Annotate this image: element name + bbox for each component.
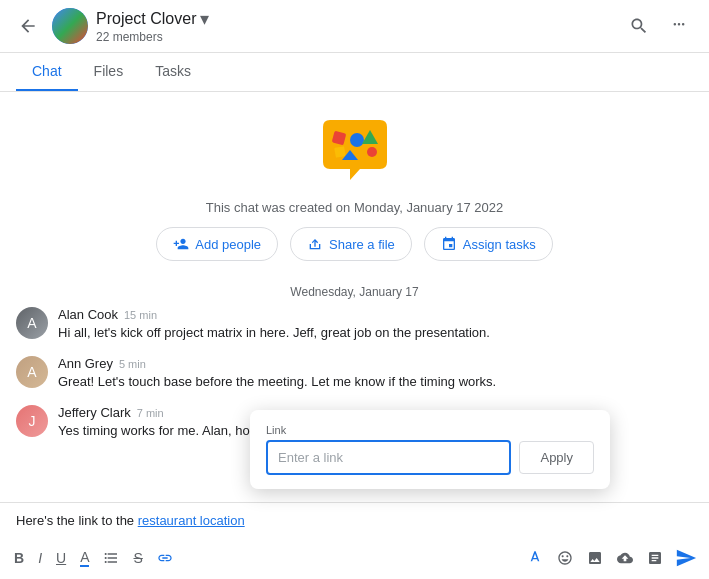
input-text-before: Here's the link to the [16, 513, 138, 528]
message-2: A Ann Grey 5 min Great! Let's touch base… [16, 356, 693, 391]
header-info: Project Clover ▾ 22 members [96, 8, 621, 44]
bold-button[interactable]: B [8, 545, 30, 571]
tab-files[interactable]: Files [78, 53, 140, 91]
dropdown-arrow-icon: ▾ [200, 8, 209, 30]
message-input-area[interactable]: Here's the link to the restaurant locati… [0, 503, 709, 539]
msg-time-3: 7 min [137, 407, 164, 419]
msg-content-2: Ann Grey 5 min Great! Let's touch base b… [58, 356, 693, 391]
tabs-bar: Chat Files Tasks [0, 53, 709, 92]
list-button[interactable] [97, 545, 125, 571]
header-actions [621, 8, 697, 44]
input-link-text: restaurant location [138, 513, 245, 528]
avatar-jeffery-clark: J [16, 405, 48, 437]
msg-name-3: Jeffery Clark [58, 405, 131, 420]
msg-content-1: Alan Cook 15 min Hi all, let's kick off … [58, 307, 693, 342]
msg-header-2: Ann Grey 5 min [58, 356, 693, 371]
image-button[interactable] [581, 545, 609, 571]
member-count: 22 members [96, 30, 621, 44]
avatar-ann-grey: A [16, 356, 48, 388]
font-color-button[interactable]: A [74, 544, 95, 572]
input-container: Here's the link to the restaurant locati… [0, 502, 709, 579]
msg-text-2: Great! Let's touch base before the meeti… [58, 373, 693, 391]
group-name: Project Clover [96, 10, 196, 28]
assign-tasks-label: Assign tasks [463, 237, 536, 252]
svg-point-5 [367, 147, 377, 157]
upload-button[interactable] [611, 545, 639, 571]
date-divider: Wednesday, January 17 [16, 273, 693, 307]
message-1: A Alan Cook 15 min Hi all, let's kick of… [16, 307, 693, 342]
italic-button[interactable]: I [32, 545, 48, 571]
send-button[interactable] [671, 543, 701, 573]
tab-tasks[interactable]: Tasks [139, 53, 207, 91]
link-popup-row: Apply [266, 440, 594, 475]
header-title[interactable]: Project Clover ▾ [96, 8, 621, 30]
assign-tasks-button[interactable]: Assign tasks [424, 227, 553, 261]
svg-rect-4 [334, 146, 346, 158]
emoji-button[interactable] [551, 545, 579, 571]
msg-header-1: Alan Cook 15 min [58, 307, 693, 322]
header: Project Clover ▾ 22 members [0, 0, 709, 53]
welcome-section: This chat was created on Monday, January… [16, 92, 693, 273]
link-button[interactable] [151, 545, 179, 571]
msg-name-2: Ann Grey [58, 356, 113, 371]
svg-point-2 [350, 133, 364, 147]
created-text: This chat was created on Monday, January… [16, 200, 693, 215]
tab-chat[interactable]: Chat [16, 53, 78, 91]
link-popup: Link Apply [250, 410, 610, 489]
underline-button[interactable]: U [50, 545, 72, 571]
search-button[interactable] [621, 8, 657, 44]
back-button[interactable] [12, 10, 44, 42]
text-color-icon-button[interactable] [521, 545, 549, 571]
welcome-icon [315, 112, 395, 192]
link-popup-label: Link [266, 424, 594, 436]
apply-button[interactable]: Apply [519, 441, 594, 474]
msg-name-1: Alan Cook [58, 307, 118, 322]
welcome-actions: Add people Share a file Assign tasks [16, 227, 693, 261]
share-file-button[interactable]: Share a file [290, 227, 412, 261]
add-people-label: Add people [195, 237, 261, 252]
input-toolbar: B I U A S [0, 539, 709, 579]
share-file-label: Share a file [329, 237, 395, 252]
more-options-toolbar-button[interactable] [641, 545, 669, 571]
msg-time-1: 15 min [124, 309, 157, 321]
more-options-button[interactable] [661, 8, 697, 44]
strikethrough-button[interactable]: S [127, 545, 148, 571]
link-input[interactable] [266, 440, 511, 475]
group-avatar [52, 8, 88, 44]
avatar-alan-cook: A [16, 307, 48, 339]
msg-time-2: 5 min [119, 358, 146, 370]
msg-text-1: Hi all, let's kick off project matrix in… [58, 324, 693, 342]
add-people-button[interactable]: Add people [156, 227, 278, 261]
